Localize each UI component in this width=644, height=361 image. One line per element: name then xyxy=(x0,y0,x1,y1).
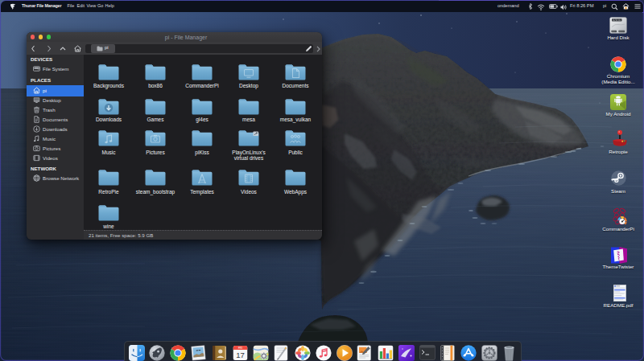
svg-text:FRI: FRI xyxy=(237,346,242,349)
svg-text:17: 17 xyxy=(236,350,245,359)
